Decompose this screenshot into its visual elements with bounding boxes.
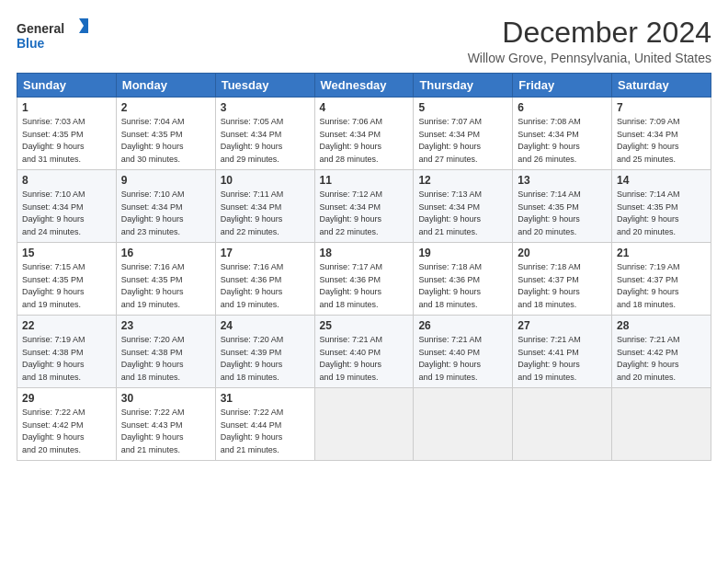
page-header: General Blue December 2024 Willow Grove,… — [17, 17, 711, 65]
col-saturday: Saturday — [612, 74, 711, 98]
table-row: 20Sunrise: 7:18 AMSunset: 4:37 PMDayligh… — [513, 243, 612, 316]
day-number: 3 — [221, 101, 310, 114]
col-friday: Friday — [513, 74, 612, 98]
table-row: 7Sunrise: 7:09 AMSunset: 4:34 PMDaylight… — [612, 98, 711, 170]
logo: General Blue — [17, 17, 90, 53]
day-number: 28 — [617, 319, 706, 332]
day-number: 11 — [320, 174, 409, 187]
table-row: 2Sunrise: 7:04 AMSunset: 4:35 PMDaylight… — [116, 98, 215, 170]
title-block: December 2024 Willow Grove, Pennsylvania… — [468, 17, 711, 65]
table-row: 22Sunrise: 7:19 AMSunset: 4:38 PMDayligh… — [17, 316, 117, 388]
day-number: 29 — [22, 392, 111, 405]
day-info: Sunrise: 7:06 AMSunset: 4:34 PMDaylight:… — [320, 117, 383, 164]
table-row: 13Sunrise: 7:14 AMSunset: 4:35 PMDayligh… — [513, 170, 612, 243]
day-info: Sunrise: 7:15 AMSunset: 4:35 PMDaylight:… — [22, 262, 85, 309]
day-info: Sunrise: 7:16 AMSunset: 4:35 PMDaylight:… — [121, 262, 185, 309]
table-row: 15Sunrise: 7:15 AMSunset: 4:35 PMDayligh… — [17, 243, 117, 316]
col-monday: Monday — [116, 74, 215, 98]
day-number: 31 — [221, 392, 310, 405]
day-info: Sunrise: 7:19 AMSunset: 4:38 PMDaylight:… — [22, 335, 85, 382]
table-row: 5Sunrise: 7:07 AMSunset: 4:34 PMDaylight… — [414, 98, 513, 170]
day-info: Sunrise: 7:05 AMSunset: 4:34 PMDaylight:… — [221, 117, 284, 164]
table-row: 11Sunrise: 7:12 AMSunset: 4:34 PMDayligh… — [314, 170, 414, 243]
table-row: 23Sunrise: 7:20 AMSunset: 4:38 PMDayligh… — [116, 316, 215, 388]
day-info: Sunrise: 7:16 AMSunset: 4:36 PMDaylight:… — [221, 262, 284, 309]
month-title: December 2024 — [468, 17, 711, 49]
day-info: Sunrise: 7:11 AMSunset: 4:34 PMDaylight:… — [221, 190, 284, 236]
day-number: 7 — [617, 101, 706, 114]
day-number: 30 — [121, 392, 210, 405]
day-info: Sunrise: 7:19 AMSunset: 4:37 PMDaylight:… — [617, 262, 680, 309]
col-sunday: Sunday — [17, 74, 117, 98]
day-number: 6 — [518, 101, 607, 114]
table-row: 4Sunrise: 7:06 AMSunset: 4:34 PMDaylight… — [314, 98, 414, 170]
col-tuesday: Tuesday — [215, 74, 314, 98]
calendar-table: Sunday Monday Tuesday Wednesday Thursday… — [17, 73, 711, 461]
table-row: 10Sunrise: 7:11 AMSunset: 4:34 PMDayligh… — [215, 170, 314, 243]
table-row — [414, 388, 513, 461]
day-number: 23 — [121, 319, 210, 332]
day-info: Sunrise: 7:13 AMSunset: 4:34 PMDaylight:… — [418, 190, 482, 236]
day-number: 5 — [418, 101, 507, 114]
svg-text:Blue: Blue — [17, 36, 45, 51]
day-info: Sunrise: 7:09 AMSunset: 4:34 PMDaylight:… — [617, 117, 680, 164]
day-info: Sunrise: 7:22 AMSunset: 4:43 PMDaylight:… — [121, 408, 185, 454]
logo-icon: General Blue — [17, 17, 90, 53]
table-row: 27Sunrise: 7:21 AMSunset: 4:41 PMDayligh… — [513, 316, 612, 388]
table-row: 25Sunrise: 7:21 AMSunset: 4:40 PMDayligh… — [314, 316, 414, 388]
table-row: 19Sunrise: 7:18 AMSunset: 4:36 PMDayligh… — [414, 243, 513, 316]
day-info: Sunrise: 7:20 AMSunset: 4:39 PMDaylight:… — [221, 335, 284, 382]
day-info: Sunrise: 7:07 AMSunset: 4:34 PMDaylight:… — [418, 117, 482, 164]
day-number: 13 — [518, 174, 607, 187]
day-info: Sunrise: 7:03 AMSunset: 4:35 PMDaylight:… — [22, 117, 85, 164]
day-number: 14 — [617, 174, 706, 187]
table-row: 28Sunrise: 7:21 AMSunset: 4:42 PMDayligh… — [612, 316, 711, 388]
table-row: 3Sunrise: 7:05 AMSunset: 4:34 PMDaylight… — [215, 98, 314, 170]
day-number: 17 — [221, 247, 310, 259]
day-number: 26 — [418, 319, 507, 332]
day-number: 12 — [418, 174, 507, 187]
day-info: Sunrise: 7:20 AMSunset: 4:38 PMDaylight:… — [121, 335, 185, 382]
location: Willow Grove, Pennsylvania, United State… — [468, 51, 711, 65]
table-row: 12Sunrise: 7:13 AMSunset: 4:34 PMDayligh… — [414, 170, 513, 243]
day-number: 10 — [221, 174, 310, 187]
day-info: Sunrise: 7:18 AMSunset: 4:36 PMDaylight:… — [418, 262, 482, 309]
day-number: 8 — [22, 174, 111, 187]
day-number: 21 — [617, 247, 706, 259]
day-info: Sunrise: 7:12 AMSunset: 4:34 PMDaylight:… — [320, 190, 383, 236]
svg-marker-2 — [79, 18, 88, 33]
day-number: 18 — [320, 247, 409, 259]
table-row: 30Sunrise: 7:22 AMSunset: 4:43 PMDayligh… — [116, 388, 215, 461]
day-info: Sunrise: 7:08 AMSunset: 4:34 PMDaylight:… — [518, 117, 581, 164]
table-row — [513, 388, 612, 461]
calendar-page: General Blue December 2024 Willow Grove,… — [0, 0, 728, 563]
calendar-header-row: Sunday Monday Tuesday Wednesday Thursday… — [17, 74, 711, 98]
table-row: 24Sunrise: 7:20 AMSunset: 4:39 PMDayligh… — [215, 316, 314, 388]
day-info: Sunrise: 7:17 AMSunset: 4:36 PMDaylight:… — [320, 262, 383, 309]
table-row: 9Sunrise: 7:10 AMSunset: 4:34 PMDaylight… — [116, 170, 215, 243]
day-number: 27 — [518, 319, 607, 332]
table-row: 26Sunrise: 7:21 AMSunset: 4:40 PMDayligh… — [414, 316, 513, 388]
day-info: Sunrise: 7:04 AMSunset: 4:35 PMDaylight:… — [121, 117, 185, 164]
table-row: 8Sunrise: 7:10 AMSunset: 4:34 PMDaylight… — [17, 170, 117, 243]
day-number: 24 — [221, 319, 310, 332]
col-thursday: Thursday — [414, 74, 513, 98]
day-info: Sunrise: 7:21 AMSunset: 4:40 PMDaylight:… — [320, 335, 383, 382]
col-wednesday: Wednesday — [314, 74, 414, 98]
table-row: 16Sunrise: 7:16 AMSunset: 4:35 PMDayligh… — [116, 243, 215, 316]
day-number: 22 — [22, 319, 111, 332]
day-info: Sunrise: 7:22 AMSunset: 4:42 PMDaylight:… — [22, 408, 85, 454]
day-number: 4 — [320, 101, 409, 114]
table-row: 31Sunrise: 7:22 AMSunset: 4:44 PMDayligh… — [215, 388, 314, 461]
table-row: 1Sunrise: 7:03 AMSunset: 4:35 PMDaylight… — [17, 98, 117, 170]
day-info: Sunrise: 7:21 AMSunset: 4:42 PMDaylight:… — [617, 335, 680, 382]
table-row — [314, 388, 414, 461]
day-number: 20 — [518, 247, 607, 259]
day-info: Sunrise: 7:22 AMSunset: 4:44 PMDaylight:… — [221, 408, 284, 454]
day-info: Sunrise: 7:21 AMSunset: 4:40 PMDaylight:… — [418, 335, 482, 382]
table-row: 14Sunrise: 7:14 AMSunset: 4:35 PMDayligh… — [612, 170, 711, 243]
day-number: 2 — [121, 101, 210, 114]
day-number: 25 — [320, 319, 409, 332]
table-row: 6Sunrise: 7:08 AMSunset: 4:34 PMDaylight… — [513, 98, 612, 170]
day-number: 19 — [418, 247, 507, 259]
